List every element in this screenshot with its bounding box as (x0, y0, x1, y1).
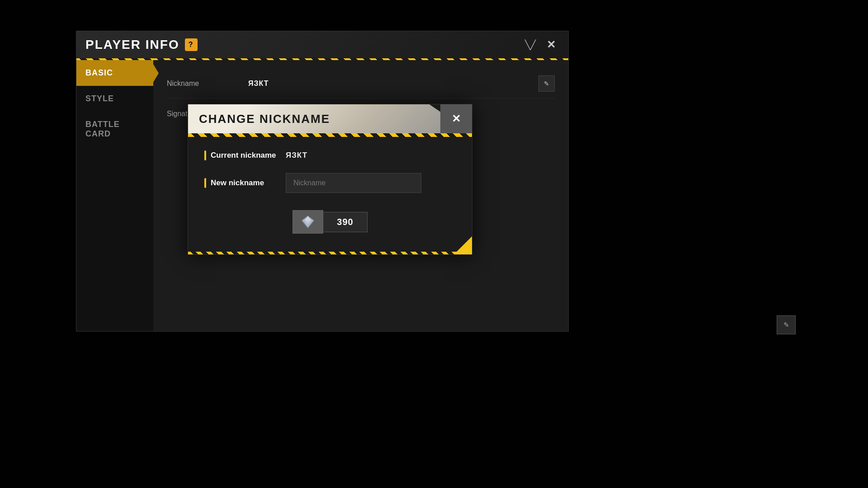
help-icon[interactable]: ? (185, 38, 198, 51)
nickname-row: Nickname ЯЗКТ ✎ (167, 69, 555, 99)
panel-header: PLAYER INFO ? ╲╱ ✕ (76, 31, 568, 60)
dialog-header: CHANGE NICKNAME (188, 104, 472, 133)
cost-amount: 390 (337, 217, 353, 227)
sidebar-item-style[interactable]: STYLE (76, 86, 153, 112)
current-nickname-field: Current nickname ЯЗКТ (204, 150, 456, 160)
dialog-close-button[interactable]: ✕ (440, 104, 472, 133)
change-nickname-dialog: CHANGE NICKNAME ✕ Current nickname ЯЗКТ … (188, 104, 472, 255)
header-stripe (188, 133, 472, 137)
panel-controls: ╲╱ ✕ (521, 37, 559, 53)
field-accent-bar (204, 150, 206, 160)
dialog-header-container: CHANGE NICKNAME ✕ (188, 104, 472, 133)
panel-title: PLAYER INFO ? (85, 38, 198, 52)
new-nickname-input[interactable] (286, 173, 421, 193)
sidebar-item-battle-card[interactable]: BATTLE CARD (76, 112, 153, 147)
minimize-button[interactable]: ╲╱ (521, 38, 539, 52)
field-accent-bar-2 (204, 178, 206, 188)
gem-icon (301, 215, 315, 229)
cost-button-wrapper: 390 (204, 206, 456, 234)
player-info-title: PLAYER INFO (85, 38, 179, 52)
new-nickname-label: New nickname (204, 178, 286, 188)
dialog-body: Current nickname ЯЗКТ New nickname (188, 137, 472, 252)
sidebar-item-basic[interactable]: BASIC (76, 60, 153, 86)
current-nickname-label: Current nickname (204, 150, 286, 160)
cost-confirm-button[interactable]: 390 (292, 210, 367, 234)
bottom-edit-button[interactable]: ✎ (777, 315, 796, 334)
sidebar: BASIC STYLE BATTLE CARD (76, 60, 153, 331)
nickname-label: Nickname (167, 80, 248, 88)
dialog-title: CHANGE NICKNAME (199, 112, 330, 126)
panel-close-button[interactable]: ✕ (543, 37, 559, 53)
nickname-value: ЯЗКТ (248, 80, 538, 88)
new-nickname-field: New nickname (204, 173, 456, 193)
cost-amount-area: 390 (323, 212, 367, 232)
current-nickname-value: ЯЗКТ (286, 151, 307, 160)
nickname-edit-button[interactable]: ✎ (538, 75, 555, 92)
gem-area (292, 210, 323, 234)
dialog-bottom-stripe (188, 252, 472, 254)
